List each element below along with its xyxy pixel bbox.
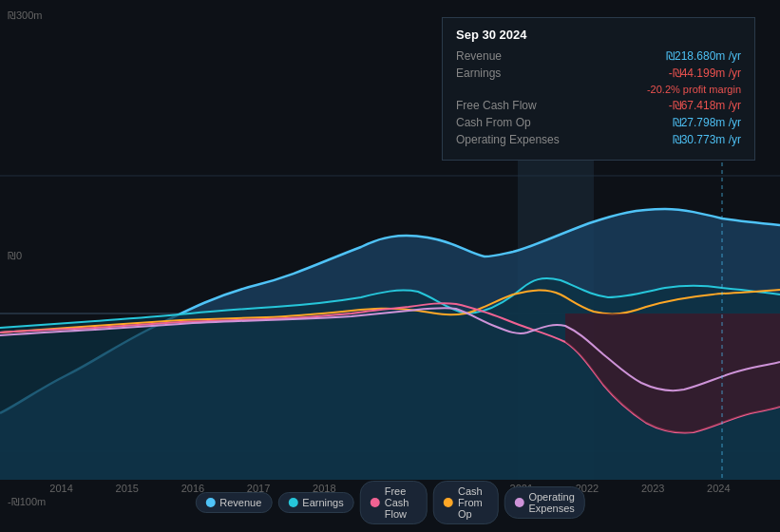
chart-area — [0, 147, 780, 480]
y-label-neg: -₪100m — [8, 496, 46, 508]
legend-item-fcf[interactable]: Free Cash Flow — [360, 481, 428, 524]
tooltip-row-fcf: Free Cash Flow -₪67.418m /yr — [456, 99, 741, 112]
y-label-top: ₪300m — [8, 10, 43, 22]
tooltip-row-earnings: Earnings -₪44.199m /yr — [456, 66, 741, 80]
legend-item-opex[interactable]: Operating Expenses — [504, 486, 584, 519]
tooltip-value-cashfromop: ₪27.798m /yr — [673, 116, 741, 129]
tooltip-profit-margin: -20.2% profit margin — [647, 84, 741, 95]
tooltip-row-cashfromop: Cash From Op ₪27.798m /yr — [456, 116, 741, 129]
tooltip-row-revenue: Revenue ₪218.680m /yr — [456, 49, 741, 63]
tooltip-row-opex: Operating Expenses ₪30.773m /yr — [456, 133, 741, 146]
legend-label-opex: Operating Expenses — [528, 491, 574, 514]
tooltip-label-cashfromop: Cash From Op — [456, 116, 570, 129]
legend-dot-fcf — [371, 498, 380, 507]
x-label-2014: 2014 — [49, 483, 72, 494]
tooltip-label-revenue: Revenue — [456, 49, 570, 63]
legend-item-cashfromop[interactable]: Cash From Op — [433, 481, 498, 524]
x-label-2015: 2015 — [116, 483, 139, 494]
legend-item-earnings[interactable]: Earnings — [277, 492, 353, 513]
tooltip-label-fcf: Free Cash Flow — [456, 99, 570, 112]
tooltip-title: Sep 30 2024 — [456, 28, 741, 42]
tooltip-value-fcf: -₪67.418m /yr — [669, 99, 741, 112]
legend-label-cashfromop: Cash From Op — [458, 485, 487, 520]
legend-dot-cashfromop — [444, 498, 453, 507]
tooltip-value-earnings: -₪44.199m /yr — [669, 66, 741, 80]
legend-dot-revenue — [205, 498, 215, 507]
x-label-2024: 2024 — [707, 483, 730, 494]
tooltip-label-opex: Operating Expenses — [456, 133, 570, 146]
legend-label-fcf: Free Cash Flow — [385, 485, 417, 520]
tooltip-label-earnings: Earnings — [456, 66, 570, 80]
legend-item-revenue[interactable]: Revenue — [195, 492, 272, 513]
legend-label-revenue: Revenue — [219, 497, 261, 508]
tooltip-value-opex: ₪30.773m /yr — [673, 133, 741, 146]
tooltip-value-earnings-group: -₪44.199m /yr — [669, 66, 741, 80]
legend-dot-opex — [514, 498, 523, 507]
legend-label-earnings: Earnings — [302, 497, 343, 508]
data-tooltip: Sep 30 2024 Revenue ₪218.680m /yr Earnin… — [442, 17, 755, 161]
x-label-2023: 2023 — [641, 483, 664, 494]
chart-legend: Revenue Earnings Free Cash Flow Cash Fro… — [195, 481, 585, 524]
legend-dot-earnings — [288, 498, 297, 507]
chart-svg — [0, 147, 780, 480]
tooltip-value-revenue: ₪218.680m /yr — [666, 49, 741, 63]
